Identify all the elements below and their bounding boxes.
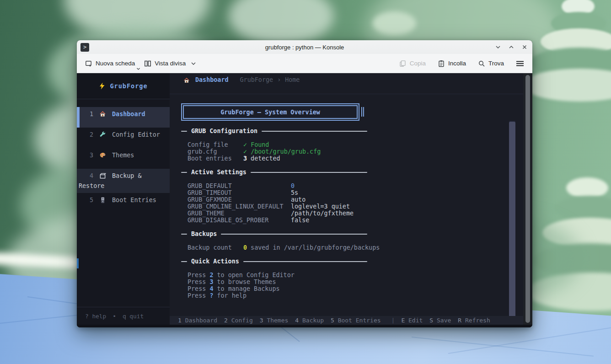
sidebar-scroll-indicator <box>77 258 79 268</box>
item-number: 5 <box>90 197 93 203</box>
quick-action-row: Press 4 to manage Backups <box>181 285 523 292</box>
item-number: 1 <box>90 111 93 118</box>
toolbar: Nuova scheda Vista divisa <box>77 54 532 73</box>
footer-item-themes[interactable]: 3 Themes <box>260 317 289 324</box>
setting-row: GRUB_GFXMODEauto <box>181 196 523 203</box>
terminal-scrollbar[interactable] <box>523 73 532 325</box>
maximize-button[interactable] <box>507 43 515 51</box>
config-row: Boot entries3 detected <box>181 155 523 162</box>
item-label: Themes <box>112 152 134 159</box>
item-label: Boot Entries <box>112 197 156 203</box>
config-row: grub.cfg✓ /boot/grub/grub.cfg <box>181 148 523 155</box>
section-title: Backups <box>191 230 217 237</box>
footer-item-dashboard[interactable]: 1 Dashboard <box>178 317 217 324</box>
dashboard-content: GrubForge — System Overview GRUB Configu… <box>170 94 523 316</box>
copy-button[interactable]: Copia <box>397 57 429 70</box>
app-header: GrubForge <box>77 73 170 99</box>
sidebar-help-bar: ? help • q quit <box>77 307 170 325</box>
check-icon: ✓ <box>243 148 247 155</box>
check-icon: ✓ <box>243 141 247 148</box>
footer-separator: | <box>391 317 395 324</box>
house-icon <box>99 111 106 120</box>
section-title: Quick Actions <box>191 258 239 265</box>
section-active-settings: Active Settings <box>181 169 367 176</box>
quick-action-row: Press ? for help <box>181 292 523 299</box>
search-icon <box>478 60 485 67</box>
new-tab-caret-icon <box>136 67 140 70</box>
overview-title: GrubForge — System Overview <box>220 109 320 116</box>
terminal-scrollbar-thumb[interactable] <box>525 75 530 323</box>
breadcrumb: Dashboard GrubForge › Home <box>170 73 523 94</box>
box-icon <box>99 172 106 182</box>
window-title: grubforge : python — Konsole <box>77 44 532 51</box>
titlebar[interactable]: > grubforge : python — Konsole <box>77 40 532 54</box>
new-tab-icon <box>85 60 92 67</box>
config-row: Config file✓ Found <box>181 141 523 148</box>
hamburger-icon <box>516 60 524 67</box>
footer-action-edit[interactable]: E Edit <box>401 317 423 324</box>
section-grub-configuration: GRUB Configuration <box>181 128 367 134</box>
breadcrumb-separator: › <box>277 76 281 83</box>
section-quick-actions: Quick Actions <box>181 258 367 265</box>
server-icon <box>99 197 106 206</box>
section-backups: Backups <box>181 230 367 237</box>
sidebar-item-themes[interactable]: 3Themes <box>77 148 170 169</box>
new-tab-button[interactable]: Nuova scheda <box>82 57 138 70</box>
quit-hint: q quit <box>123 313 144 320</box>
footer-item-boot-entries[interactable]: 5 Boot Entries <box>331 317 381 324</box>
item-number: 3 <box>90 152 93 159</box>
help-hint: ? help <box>85 313 106 320</box>
tui-main-pane: Dashboard GrubForge › Home GrubForge — S… <box>170 73 523 325</box>
backup-row: Backup count0 saved in /var/lib/grubforg… <box>181 244 523 251</box>
item-number: 4 <box>90 172 93 179</box>
sidebar-item-boot-entries[interactable]: 5Boot Entries <box>77 193 170 214</box>
footer-action-save[interactable]: S Save <box>429 317 451 324</box>
sidebar-item-config-editor[interactable]: 2Config Editor <box>77 128 170 148</box>
overview-title-box: GrubForge — System Overview <box>181 103 359 121</box>
split-view-button[interactable]: Vista divisa <box>141 57 199 70</box>
new-tab-label: Nuova scheda <box>96 60 135 67</box>
find-button[interactable]: Trova <box>475 57 507 70</box>
page-title: Dashboard <box>195 76 229 83</box>
footer-action-refresh[interactable]: R Refresh <box>458 317 490 324</box>
footer-item-config[interactable]: 2 Config <box>224 317 253 324</box>
focus-indicator <box>361 107 364 117</box>
find-label: Trova <box>488 60 504 67</box>
setting-row: GRUB_THEME/path/to/gfxtheme <box>181 210 523 217</box>
copy-icon <box>399 60 407 67</box>
split-view-icon <box>144 60 151 67</box>
close-button[interactable] <box>520 43 529 51</box>
setting-row: GRUB_TIMEOUT5s <box>181 189 523 196</box>
terminal-area: GrubForge 1Dashboard 2Config Editor 3The… <box>77 73 532 327</box>
section-title: GRUB Configuration <box>191 128 257 134</box>
minimize-button[interactable] <box>494 43 502 51</box>
breadcrumb-app: GrubForge <box>240 76 273 83</box>
paste-button[interactable]: Incolla <box>435 57 469 70</box>
content-scrollbar-thumb[interactable] <box>509 122 515 316</box>
breadcrumb-page: Home <box>285 76 300 83</box>
desktop: > grubforge : python — Konsole <box>0 0 611 364</box>
item-label: Config Editor <box>112 131 160 138</box>
menu-button[interactable] <box>513 57 527 70</box>
section-title: Active Settings <box>191 169 247 176</box>
copy-label: Copia <box>410 60 426 67</box>
footer-item-backup[interactable]: 4 Backup <box>295 317 324 324</box>
setting-row: GRUB_CMDLINE_LINUX_DEFAULTloglevel=3 qui… <box>181 203 523 210</box>
content-scrollbar[interactable] <box>509 121 515 316</box>
lightning-icon <box>99 82 105 90</box>
bullet-separator: • <box>113 313 116 320</box>
quick-action-row: Press 3 to browse Themes <box>181 278 523 285</box>
app-title: GrubForge <box>110 82 147 90</box>
konsole-window: > grubforge : python — Konsole <box>77 40 532 327</box>
item-number: 2 <box>90 131 93 138</box>
tui-footer: 1 Dashboard 2 Config 3 Themes 4 Backup 5… <box>170 316 523 325</box>
tui-sidebar: GrubForge 1Dashboard 2Config Editor 3The… <box>77 73 170 325</box>
setting-row: GRUB_DISABLE_OS_PROBERfalse <box>181 217 523 224</box>
item-label: Backup & Restore <box>79 172 142 189</box>
sidebar-item-backup-restore[interactable]: 4Backup & Restore <box>77 169 170 193</box>
item-label: Dashboard <box>112 111 145 118</box>
palette-icon <box>99 152 106 161</box>
sidebar-item-dashboard[interactable]: 1Dashboard <box>77 107 170 128</box>
setting-row: GRUB_DEFAULT0 <box>181 182 523 189</box>
split-view-label: Vista divisa <box>155 60 186 67</box>
